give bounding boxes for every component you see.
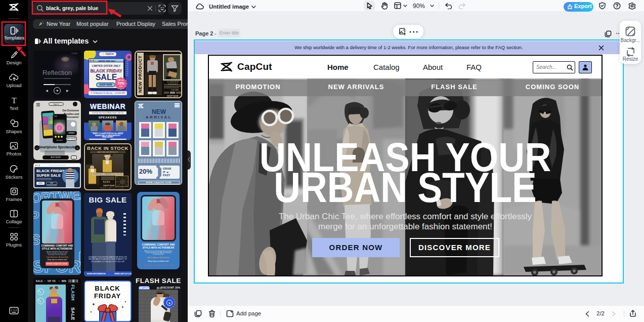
svg-text:T: T xyxy=(12,96,17,104)
